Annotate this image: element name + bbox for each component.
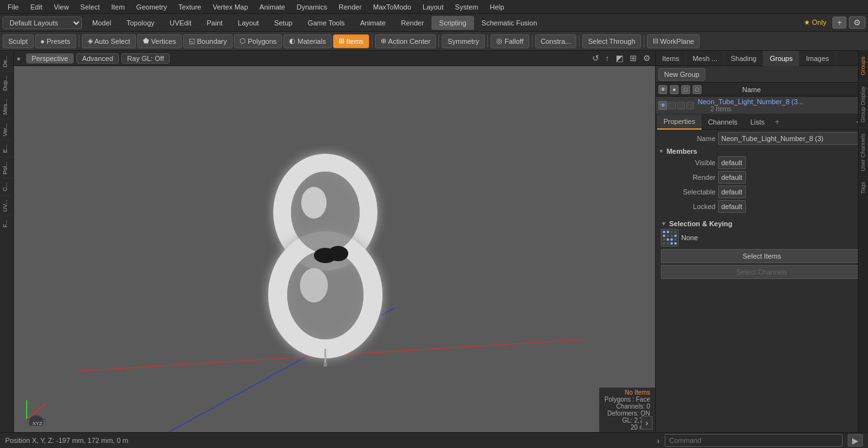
prop-tab-properties[interactable]: Properties bbox=[657, 114, 702, 130]
left-tab-pol[interactable]: Pol... bbox=[0, 157, 13, 179]
group-item-row[interactable]: 👁 Neon_Tube_Light_Number_8 (3... 2 Items bbox=[656, 97, 868, 114]
menu-select[interactable]: Select bbox=[75, 2, 105, 12]
viewport-tab-advanced[interactable]: Advanced bbox=[76, 53, 119, 64]
menu-file[interactable]: File bbox=[3, 2, 24, 12]
menu-item[interactable]: Item bbox=[106, 2, 130, 12]
toolbar-separator-4 bbox=[487, 35, 488, 48]
falloff-button[interactable]: ◎ Falloff bbox=[491, 34, 529, 48]
prop-render-select[interactable]: default bbox=[718, 171, 746, 184]
viewport-grid-icon[interactable]: ⊞ bbox=[628, 53, 639, 64]
menu-texture[interactable]: Texture bbox=[173, 2, 207, 12]
prop-selectable-select[interactable]: default bbox=[718, 186, 746, 198]
action-center-button[interactable]: ⊕ Action Center bbox=[375, 34, 437, 48]
select-channels-button[interactable]: Select Channels bbox=[661, 265, 863, 279]
viewport-tab-raygl[interactable]: Ray GL: Off bbox=[121, 53, 170, 64]
svg-point-32 bbox=[328, 246, 348, 261]
viewport-tab-perspective[interactable]: Perspective bbox=[26, 53, 74, 64]
viewport-forward-button[interactable]: › bbox=[641, 416, 653, 430]
viewport[interactable]: ● Perspective Advanced Ray GL: Off ↺ ↑ ◩… bbox=[14, 51, 655, 432]
viewport-settings-icon[interactable]: ⚙ bbox=[641, 53, 653, 64]
prop-tab-channels[interactable]: Channels bbox=[702, 114, 743, 130]
layout-tab-render[interactable]: Render bbox=[393, 16, 431, 30]
layout-tab-setup[interactable]: Setup bbox=[266, 16, 300, 30]
item-mesh-icon[interactable] bbox=[677, 102, 685, 109]
boundary-button[interactable]: ◱ Boundary bbox=[183, 34, 233, 48]
status-arrow-button[interactable]: › bbox=[657, 436, 660, 445]
left-tab-ver[interactable]: Ver... bbox=[0, 119, 13, 140]
edge-tab-group-display[interactable]: Group Display bbox=[858, 81, 868, 128]
menu-render[interactable]: Render bbox=[334, 2, 367, 12]
left-tab-mes[interactable]: Mes... bbox=[0, 95, 13, 119]
sculpt-button[interactable]: Sculpt bbox=[3, 34, 34, 48]
left-tab-c[interactable]: C... bbox=[0, 178, 13, 195]
layout-tab-scripting[interactable]: Scripting bbox=[431, 16, 474, 30]
prop-tab-add[interactable]: + bbox=[771, 116, 783, 128]
command-go-button[interactable]: ▶ bbox=[848, 434, 863, 447]
materials-button[interactable]: ◐ Materials bbox=[283, 34, 332, 48]
prop-locked-select[interactable]: default bbox=[718, 200, 746, 213]
menu-help[interactable]: Help bbox=[485, 2, 510, 12]
kdot-2 bbox=[667, 231, 669, 233]
right-tab-mesh[interactable]: Mesh ... bbox=[686, 51, 724, 66]
left-tab-de[interactable]: De... bbox=[0, 51, 13, 71]
menu-view[interactable]: View bbox=[49, 2, 74, 12]
viewport-canvas[interactable]: No Items Polygons : Face Channels: 0 Def… bbox=[14, 66, 655, 432]
menu-animate[interactable]: Animate bbox=[254, 2, 290, 12]
presets-button[interactable]: ● Presets bbox=[35, 34, 76, 48]
menu-geometry[interactable]: Geometry bbox=[131, 2, 172, 12]
add-layout-button[interactable]: + bbox=[832, 17, 846, 29]
workplane-button[interactable]: ⊟ WorkPlane bbox=[647, 34, 700, 48]
right-tab-groups[interactable]: Groups bbox=[763, 51, 799, 66]
viewport-rotate-icon[interactable]: ↺ bbox=[590, 53, 601, 64]
menu-edit[interactable]: Edit bbox=[25, 2, 48, 12]
constraints-button[interactable]: Constra... bbox=[535, 34, 577, 48]
layout-settings-button[interactable]: ⚙ bbox=[849, 17, 865, 29]
item-visibility-icon[interactable]: 👁 bbox=[658, 101, 667, 110]
layout-tab-schematic[interactable]: Schematic Fusion bbox=[474, 16, 545, 30]
prop-visible-select[interactable]: default bbox=[718, 156, 746, 169]
right-tab-images[interactable]: Images bbox=[799, 51, 836, 66]
prop-selectable-label: Selectable bbox=[658, 188, 715, 196]
right-tab-items[interactable]: Items bbox=[656, 51, 686, 66]
command-input[interactable] bbox=[665, 434, 843, 447]
menu-layout[interactable]: Layout bbox=[417, 2, 449, 12]
layout-tab-model[interactable]: Model bbox=[85, 16, 119, 30]
symmetry-button[interactable]: Symmetry bbox=[442, 34, 485, 48]
layout-tab-gametools[interactable]: Game Tools bbox=[300, 16, 353, 30]
sel-keying-arrow-icon: ▼ bbox=[661, 221, 667, 227]
right-top-tabs: Items Mesh ... Shading Groups Images ⇥ bbox=[656, 51, 868, 66]
layout-selector[interactable]: Default Layouts bbox=[3, 17, 82, 29]
prop-tab-lists[interactable]: Lists bbox=[744, 114, 771, 130]
vertices-button[interactable]: ⬟ Vertices bbox=[137, 34, 182, 48]
select-items-button[interactable]: Select Items bbox=[661, 249, 863, 263]
right-tab-shading[interactable]: Shading bbox=[724, 51, 763, 66]
viewport-up-icon[interactable]: ↑ bbox=[604, 53, 612, 64]
menu-dynamics[interactable]: Dynamics bbox=[292, 2, 332, 12]
edge-tab-groups[interactable]: Groups bbox=[858, 51, 868, 81]
item-select-icon[interactable] bbox=[686, 102, 694, 109]
layout-tab-uvedit[interactable]: UVEdit bbox=[162, 16, 199, 30]
left-tab-f[interactable]: F... bbox=[0, 215, 13, 231]
kdot-12 bbox=[674, 238, 677, 241]
left-tab-uv[interactable]: UV... bbox=[0, 195, 13, 215]
kdot-10 bbox=[667, 238, 669, 241]
item-render-icon[interactable] bbox=[668, 102, 676, 109]
layout-tab-animate[interactable]: Animate bbox=[353, 16, 393, 30]
auto-select-button[interactable]: ◈ Auto Select bbox=[82, 34, 136, 48]
viewport-split-icon[interactable]: ◩ bbox=[614, 53, 625, 64]
select-through-button[interactable]: Select Through bbox=[582, 34, 641, 48]
items-button[interactable]: ⊞ Items bbox=[333, 34, 369, 48]
left-tab-dup[interactable]: Dup... bbox=[0, 71, 13, 95]
polygons-button[interactable]: ⬡ Polygons bbox=[234, 34, 282, 48]
layout-tab-topology[interactable]: Topology bbox=[119, 16, 162, 30]
layout-tab-paint[interactable]: Paint bbox=[199, 16, 230, 30]
edge-tab-tags[interactable]: Tags bbox=[858, 176, 868, 199]
prop-name-input[interactable] bbox=[718, 132, 865, 145]
new-group-button[interactable]: New Group bbox=[658, 68, 705, 81]
edge-tab-user-channels[interactable]: User Channels bbox=[858, 128, 868, 177]
menu-vertex-map[interactable]: Vertex Map bbox=[208, 2, 254, 12]
menu-system[interactable]: System bbox=[450, 2, 484, 12]
layout-tab-layout[interactable]: Layout bbox=[230, 16, 266, 30]
menu-maxtomodo[interactable]: MaxToModo bbox=[368, 2, 416, 12]
left-tab-e[interactable]: E... bbox=[0, 140, 13, 157]
